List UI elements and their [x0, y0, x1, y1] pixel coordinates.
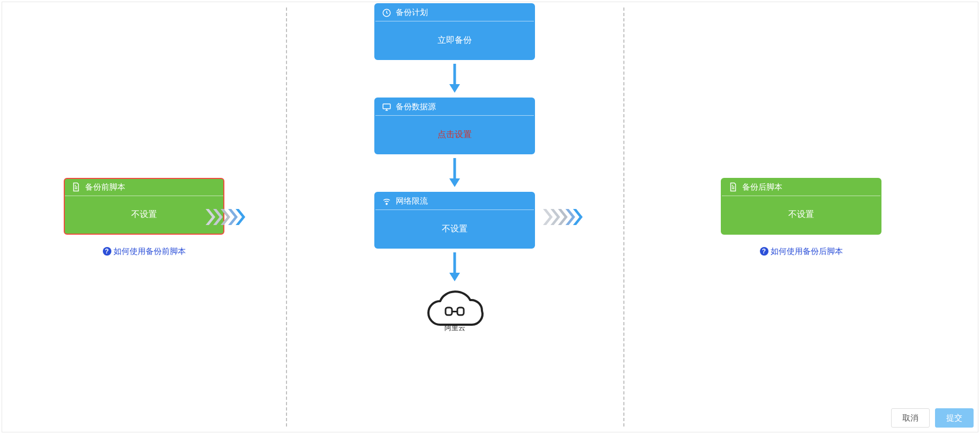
- pre-script-title: 备份前脚本: [85, 182, 125, 192]
- help-icon: ?: [760, 247, 768, 256]
- footer-actions: 取消 提交: [891, 408, 974, 428]
- post-script-help-text: 如何使用备份后脚本: [771, 246, 843, 257]
- cancel-button[interactable]: 取消: [891, 408, 930, 428]
- post-script-title: 备份后脚本: [742, 182, 782, 192]
- pre-script-card[interactable]: 备份前脚本 不设置: [64, 178, 224, 235]
- pre-script-body: 不设置: [65, 196, 223, 234]
- column-post-script: 备份后脚本 不设置 ? 如何使用备份后脚本: [623, 2, 979, 432]
- workflow-panel: 备份前脚本 不设置 ? 如何使用备份前脚本: [2, 2, 978, 432]
- arrow-down-1: [444, 60, 465, 98]
- wifi-icon: [382, 197, 391, 206]
- pre-script-help-text: 如何使用备份前脚本: [114, 246, 186, 257]
- backup-plan-title: 备份计划: [396, 8, 428, 18]
- post-script-body: 不设置: [722, 196, 880, 234]
- backup-source-title: 备份数据源: [396, 102, 436, 112]
- network-limit-title: 网络限流: [396, 196, 428, 206]
- submit-button[interactable]: 提交: [935, 408, 974, 428]
- chevron-flow-right: [543, 209, 591, 225]
- network-limit-body: 不设置: [375, 210, 534, 248]
- help-icon: ?: [103, 247, 111, 256]
- chevron-flow-left: [206, 209, 254, 225]
- cloud-label: 阿里云: [444, 324, 465, 332]
- backup-source-card[interactable]: 备份数据源 点击设置: [374, 98, 535, 154]
- monitor-icon: [382, 102, 391, 112]
- document-icon: [71, 182, 81, 192]
- aliyun-cloud-icon: 阿里云: [420, 289, 489, 335]
- backup-plan-body: 立即备份: [375, 21, 534, 59]
- clock-icon: [382, 8, 391, 18]
- svg-rect-5: [453, 311, 457, 312]
- document-icon: [728, 182, 738, 192]
- arrow-down-2: [444, 154, 465, 192]
- svg-point-2: [386, 203, 387, 204]
- post-script-help-link[interactable]: ? 如何使用备份后脚本: [760, 246, 843, 257]
- post-script-card[interactable]: 备份后脚本 不设置: [721, 178, 881, 235]
- backup-source-body: 点击设置: [375, 116, 534, 153]
- arrow-down-3: [444, 249, 465, 286]
- pre-script-help-link[interactable]: ? 如何使用备份前脚本: [103, 246, 186, 257]
- network-limit-card[interactable]: 网络限流 不设置: [374, 192, 535, 249]
- backup-plan-card[interactable]: 备份计划 立即备份: [374, 3, 535, 60]
- svg-rect-1: [383, 104, 390, 109]
